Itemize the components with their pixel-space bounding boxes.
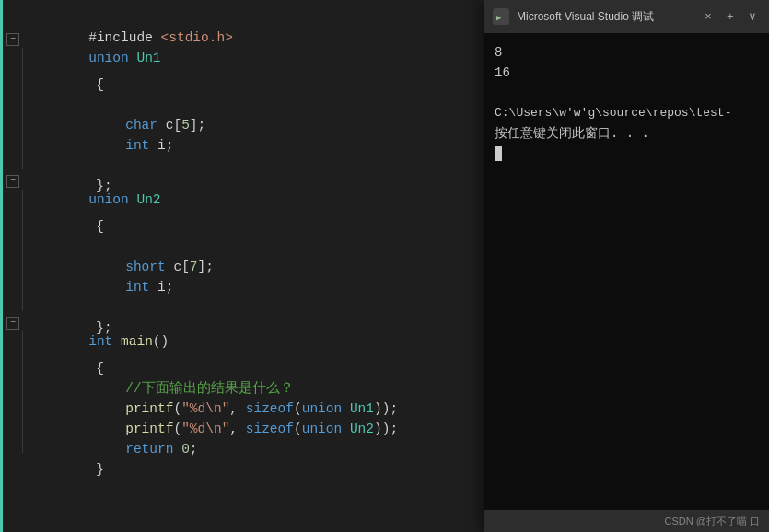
indent-line-18 [22, 352, 48, 372]
indent-line-22 [22, 433, 48, 453]
gutter-16: − [4, 317, 22, 330]
indent-line-7 [22, 129, 48, 149]
terminal-path: C:\Users\w'w'g\source\repos\test- [495, 103, 758, 123]
indent-line-12 [22, 230, 48, 250]
terminal-cursor [495, 146, 502, 161]
var-i1: i; [157, 138, 173, 153]
terminal-title-text: Microsoft Visual Studio 调试 [517, 9, 693, 25]
kw-int-2: int [125, 280, 157, 295]
brace-open-1: { [96, 77, 104, 92]
indent-line-3 [22, 48, 48, 68]
terminal-titlebar: ▶ Microsoft Visual Studio 调试 × + ∨ [484, 0, 769, 33]
terminal-footer: CSDN @打不了喵 口 [484, 510, 769, 532]
gutter-9: − [4, 175, 22, 188]
indent-line-21 [22, 412, 48, 433]
indent-line-6 [22, 109, 48, 129]
code-editor: #include <stdio.h> − union Un1 { char c[… [0, 0, 769, 532]
terminal-cursor-line [495, 144, 758, 164]
indent-line-17 [22, 331, 48, 352]
indent-line-14 [22, 271, 48, 291]
terminal-add-btn[interactable]: + [723, 9, 738, 24]
terminal-blank-line [495, 83, 758, 103]
terminal-window: ▶ Microsoft Visual Studio 调试 × + ∨ 8 16 … [484, 0, 769, 532]
terminal-body: 8 16 C:\Users\w'w'g\source\repos\test- 按… [484, 33, 769, 510]
collapse-btn-2[interactable]: − [6, 175, 19, 188]
vs-icon: ▶ [495, 10, 507, 23]
indent-line-19 [22, 372, 48, 392]
indent-line-15 [22, 291, 48, 311]
terminal-prompt: 按任意键关闭此窗口. . . [495, 123, 758, 144]
indent-line-13 [22, 250, 48, 271]
svg-text:▶: ▶ [496, 13, 502, 22]
indent-line-4 [22, 68, 48, 88]
csdn-watermark: CSDN @打不了喵 口 [665, 515, 760, 528]
terminal-app-icon: ▶ [493, 8, 509, 25]
terminal-output-1: 8 [495, 42, 758, 63]
var-i2: i; [157, 280, 173, 295]
indent-line-5 [22, 88, 48, 109]
collapse-btn-3[interactable]: − [6, 317, 19, 330]
collapse-btn-1[interactable]: − [6, 33, 19, 46]
terminal-output-2: 16 [495, 63, 758, 83]
gutter-2: − [4, 33, 22, 46]
indent-line-20 [22, 392, 48, 412]
brace-close-3: } [96, 462, 104, 477]
terminal-chevron-btn[interactable]: ∨ [745, 9, 760, 24]
indent-line-10 [22, 190, 48, 210]
terminal-close-btn[interactable]: × [701, 9, 716, 24]
indent-line-11 [22, 210, 48, 230]
indent-line-8 [22, 149, 48, 169]
kw-int-1: int [125, 138, 157, 153]
brace-open-2: { [96, 219, 104, 234]
